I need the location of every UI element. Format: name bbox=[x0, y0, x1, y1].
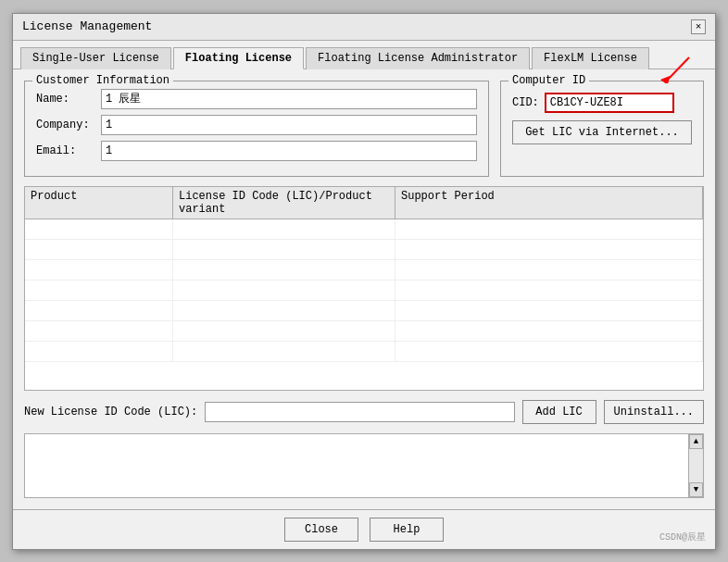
scroll-down-button[interactable]: ▼ bbox=[689, 482, 703, 497]
license-management-window: License Management × Single-User License… bbox=[12, 13, 716, 550]
table-body bbox=[25, 219, 703, 386]
table-row bbox=[25, 240, 703, 260]
table-row bbox=[25, 281, 703, 301]
tab-floating-license[interactable]: Floating License bbox=[173, 47, 304, 69]
help-button[interactable]: Help bbox=[370, 518, 444, 542]
license-table: Product License ID Code (LIC)/Product va… bbox=[24, 186, 704, 391]
add-lic-button[interactable]: Add LIC bbox=[522, 400, 596, 424]
tabs-row: Single-User License Floating License Flo… bbox=[13, 41, 715, 69]
company-input[interactable] bbox=[101, 115, 477, 135]
svg-marker-1 bbox=[660, 76, 670, 83]
computer-id-label: Computer ID bbox=[508, 74, 589, 87]
tab-floating-license-admin[interactable]: Floating License Administrator bbox=[306, 47, 530, 69]
cid-label: CID: bbox=[512, 96, 539, 109]
tab-single-user[interactable]: Single-User License bbox=[20, 47, 171, 69]
name-input[interactable] bbox=[101, 89, 477, 109]
close-window-button[interactable]: × bbox=[691, 19, 706, 34]
get-lic-button[interactable]: Get LIC via Internet... bbox=[512, 120, 692, 144]
svg-line-0 bbox=[666, 57, 689, 81]
company-row: Company: bbox=[36, 115, 477, 135]
output-text bbox=[25, 434, 688, 497]
customer-info-group: Customer Information Name: Company: Emai… bbox=[24, 81, 489, 177]
scrollbar-vertical: ▲ ▼ bbox=[688, 434, 703, 497]
output-area: ▲ ▼ bbox=[24, 433, 704, 498]
col-lic: License ID Code (LIC)/Product variant bbox=[173, 187, 395, 219]
cid-input[interactable] bbox=[545, 93, 674, 113]
scroll-up-button[interactable]: ▲ bbox=[689, 434, 703, 449]
watermark: CSDN@辰星 bbox=[659, 531, 706, 543]
table-row bbox=[25, 219, 703, 240]
footer: Close Help CSDN@辰星 bbox=[13, 509, 715, 549]
customer-info-label: Customer Information bbox=[32, 74, 173, 87]
email-row: Email: bbox=[36, 141, 477, 161]
computer-id-group: Computer ID CID: Get LIC via Internet... bbox=[500, 81, 704, 177]
top-section: Customer Information Name: Company: Emai… bbox=[24, 81, 704, 177]
uninstall-button[interactable]: Uninstall... bbox=[604, 400, 704, 424]
col-support: Support Period bbox=[395, 187, 703, 219]
new-license-section: New License ID Code (LIC): Add LIC Unins… bbox=[24, 400, 704, 424]
annotation-arrow bbox=[638, 56, 694, 83]
name-row: Name: bbox=[36, 89, 477, 109]
name-label: Name: bbox=[36, 93, 101, 106]
title-bar: License Management × bbox=[13, 14, 715, 41]
table-row bbox=[25, 342, 703, 362]
email-label: Email: bbox=[36, 144, 101, 157]
table-header: Product License ID Code (LIC)/Product va… bbox=[25, 187, 703, 219]
tab-flexlm[interactable]: FlexLM License bbox=[532, 47, 649, 69]
cid-row: CID: bbox=[512, 93, 692, 113]
new-lic-label: New License ID Code (LIC): bbox=[24, 406, 197, 418]
window-title: License Management bbox=[22, 19, 152, 33]
company-label: Company: bbox=[36, 119, 101, 131]
table-row bbox=[25, 301, 703, 321]
table-row bbox=[25, 260, 703, 281]
table-row bbox=[25, 321, 703, 342]
close-button[interactable]: Close bbox=[284, 518, 358, 542]
col-product: Product bbox=[25, 187, 173, 219]
new-lic-input[interactable] bbox=[205, 402, 514, 422]
content-area: Customer Information Name: Company: Emai… bbox=[13, 69, 715, 509]
email-input[interactable] bbox=[101, 141, 477, 161]
